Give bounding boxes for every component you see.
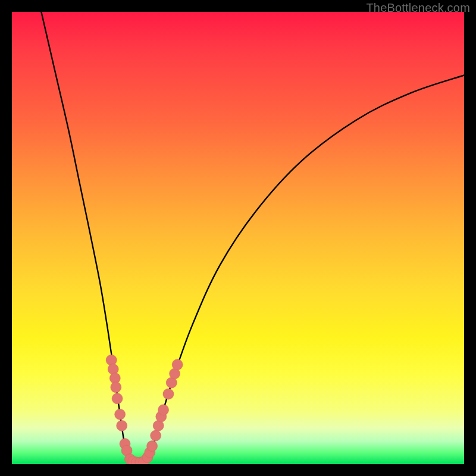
data-marker — [115, 409, 126, 419]
data-marker — [158, 405, 169, 415]
data-marker — [147, 441, 158, 452]
watermark-text: TheBottleneck.com — [366, 1, 470, 15]
bottleneck-curve-right — [143, 75, 464, 462]
marker-cluster-right — [135, 359, 183, 464]
marker-cluster-left — [106, 355, 142, 464]
data-marker — [151, 430, 161, 441]
data-marker — [108, 364, 118, 374]
data-marker — [172, 359, 183, 370]
data-marker — [111, 382, 121, 393]
data-marker — [112, 393, 123, 404]
data-marker — [163, 389, 174, 399]
plot-area — [12, 12, 464, 464]
data-marker — [106, 355, 117, 365]
curve-layer — [12, 12, 464, 464]
data-marker — [117, 420, 127, 431]
